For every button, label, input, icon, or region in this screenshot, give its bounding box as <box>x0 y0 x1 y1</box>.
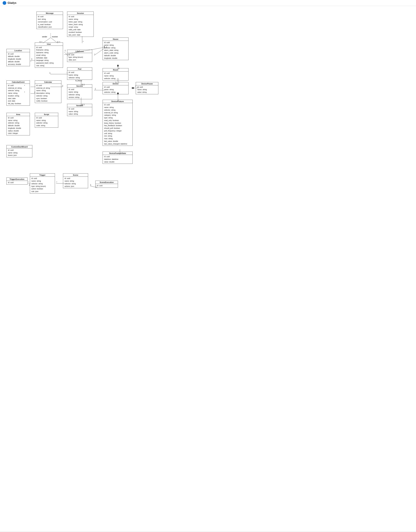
uml-box-body-triggerExecution: id: uuid <box>7 181 27 184</box>
connectors-svg: sender receiver 0..1 0..1 * 1 * 1 * 1 * … <box>0 6 416 531</box>
svg-text:1: 1 <box>29 184 30 186</box>
field-row: name: string <box>69 91 91 93</box>
uml-box-pod: Podid: uuidname: stringselector: string <box>67 67 92 79</box>
svg-text:1: 1 <box>49 72 50 74</box>
uml-box-title-deviceFeatureState: DeviceFeatureState <box>103 152 132 155</box>
uml-box-title-scene: Scene <box>63 174 88 177</box>
field-row: id: uuid <box>36 84 60 87</box>
uml-box-message: Messageid: uuidtext: stringconversation:… <box>37 11 63 29</box>
uml-box-body-lifeEvent: id: uuidtype: string (enum)data: json <box>67 53 92 62</box>
field-row: id: uuid <box>38 15 62 18</box>
field-row: value: double <box>104 161 131 163</box>
field-row: name: string <box>36 89 60 92</box>
uml-box-body-customDashBoard: id: uuidname: stringboxes: json <box>7 148 32 157</box>
field-row: name: string <box>65 180 87 182</box>
field-row: name: string <box>104 75 127 77</box>
svg-text:receiver: receiver <box>52 36 58 38</box>
svg-text:*: * <box>28 181 29 183</box>
uml-box-user: Userid: uuidfirstname: stringlastname: s… <box>35 42 63 68</box>
uml-box-calendarEvent: CalendarEventid: uuidexternal_id: string… <box>6 80 30 106</box>
field-row: text: string <box>38 18 62 21</box>
field-row: start: date <box>8 97 28 100</box>
uml-box-triggerExecution: TriggerExecutionid: uuid <box>6 177 27 185</box>
field-row: keep_history: boolean <box>104 122 131 125</box>
svg-text:1: 1 <box>65 50 66 51</box>
field-row: latitude: double <box>8 124 28 127</box>
field-row: conversation: uuid <box>38 21 62 23</box>
field-row: selector: string <box>31 182 53 185</box>
uml-box-trigger: Triggerid: uuidname: stringselector: str… <box>30 173 55 194</box>
field-row: name: string <box>104 44 127 47</box>
field-row: name: string <box>8 119 28 122</box>
uml-box-body-device: id: uuidname: stringselector: string <box>103 85 128 94</box>
field-row: description: string <box>36 92 60 95</box>
uml-box-body-deviceFeatureState: id: uuiddatetime: datetimevalue: double <box>103 155 132 164</box>
field-row: code: string <box>36 124 57 127</box>
field-row: latitude: double <box>104 54 127 57</box>
field-row: active: boolean <box>31 187 53 190</box>
field-row: max: string <box>104 137 131 140</box>
uml-box-lifeEvent: LifeEventid: uuidtype: string (enum)data… <box>67 50 92 62</box>
uml-box-house: Houseid: uuidname: stringselector: strin… <box>103 38 129 60</box>
field-row: id: uuid <box>69 88 91 91</box>
field-row: value: string <box>69 113 91 115</box>
uml-box-body-script: id: uuidname: stringselector: stringcode… <box>35 116 58 128</box>
field-row: id: uuid <box>8 84 28 87</box>
uml-box-body-sceneExecution: id: uuid <box>95 184 118 187</box>
field-row: token_type: string <box>69 21 92 23</box>
uml-box-body-area: id: uuidname: stringselector: stringlati… <box>7 116 30 135</box>
field-row: altitude: double <box>8 60 28 63</box>
field-row: selector: string <box>65 182 87 185</box>
field-row: selector: string <box>36 95 60 97</box>
field-row: id: uuid <box>137 86 157 89</box>
field-row: value: string <box>137 91 157 94</box>
uml-box-room: Roomid: uuidname: stringselector: string <box>103 68 129 80</box>
field-row: name: string <box>69 18 92 21</box>
field-row: name: string <box>69 74 91 77</box>
field-row: id: uuid <box>69 53 91 56</box>
field-row: classification: json <box>38 26 62 28</box>
uml-box-session: Sessionid: uuidname: stringtoken_type: s… <box>67 11 94 37</box>
app-title: Gladys <box>8 1 16 4</box>
svg-text:*: * <box>30 61 31 62</box>
svg-text:*: * <box>83 41 84 43</box>
uml-box-title-session: Session <box>67 12 94 15</box>
field-row: id: uuid <box>8 117 28 119</box>
field-row: selector: string <box>8 89 28 92</box>
svg-text:sender: sender <box>42 36 47 38</box>
field-row: name: string <box>137 88 157 91</box>
field-row: data: json <box>69 59 91 61</box>
uml-box-title-sceneExecution: SceneExecution <box>95 181 118 184</box>
field-row: full_day: boolean <box>8 102 28 105</box>
field-row: sync: boolean <box>36 97 60 100</box>
uml-box-calendar: Calendarid: uuidexternal_id: stringname:… <box>35 80 62 103</box>
uml-box-title-pod: Pod <box>67 68 92 71</box>
uml-box-title-service: Service <box>67 85 92 88</box>
logo-icon <box>3 1 6 5</box>
field-row: has_feedback: boolean <box>104 124 131 127</box>
svg-text:1: 1 <box>95 88 96 90</box>
field-row: id: uuid <box>104 41 127 44</box>
svg-text:1: 1 <box>62 85 63 87</box>
field-row: name: string <box>8 152 31 154</box>
field-row: valid_until: date <box>69 28 92 31</box>
svg-text:*: * <box>57 181 57 183</box>
field-row: category: string <box>104 114 131 117</box>
uml-box-body-room: id: uuidname: stringselector: string <box>103 71 128 80</box>
uml-box-title-location: Location <box>7 49 30 52</box>
field-row: actions: json <box>65 185 87 188</box>
uml-box-body-user: id: uuidfirstname: stringlastname: strin… <box>35 46 63 68</box>
uml-box-body-location: id: uuidlatitude: doublelongitude: doubl… <box>7 52 30 66</box>
uml-box-body-calendar: id: uuidexternal_id: stringname: stringd… <box>35 84 61 103</box>
field-row: name: string <box>36 119 57 122</box>
field-row: external_id: string <box>8 87 28 89</box>
field-row: version: string <box>69 96 91 99</box>
field-row: longitude: double <box>8 58 28 60</box>
field-row: longitude: double <box>8 127 28 130</box>
svg-text:1: 1 <box>90 184 91 186</box>
field-row: color: integer <box>8 132 28 135</box>
field-row: accuracy: double <box>8 63 28 66</box>
field-row: selector: string <box>8 122 28 124</box>
svg-marker-23 <box>132 87 134 89</box>
uml-box-deviceFeature: DeviceFeatureid: uuidname: stringselecto… <box>103 100 132 146</box>
